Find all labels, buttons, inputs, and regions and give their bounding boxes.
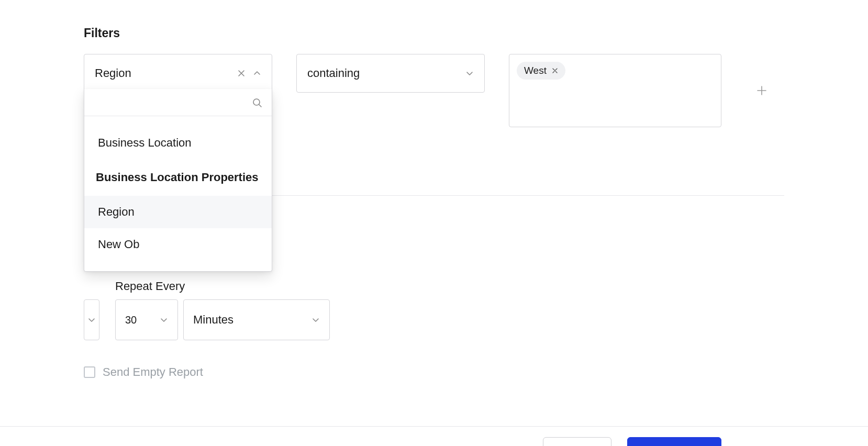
send-empty-report-label: Send Empty Report <box>103 365 203 379</box>
send-empty-report-checkbox[interactable]: Send Empty Report <box>84 365 784 379</box>
dropdown-group-bl-properties: Business Location Properties <box>84 159 272 196</box>
chip-label: West <box>524 65 547 76</box>
chevron-down-icon <box>311 316 320 324</box>
dropdown-option-region[interactable]: Region <box>84 196 272 228</box>
filter-field-value: Region <box>95 66 237 80</box>
filters-title: Filters <box>84 26 784 40</box>
dropdown-option-new-ob[interactable]: New Ob <box>84 228 272 261</box>
checkbox-icon <box>84 366 95 378</box>
dropdown-option-business-location[interactable]: Business Location <box>84 127 272 159</box>
filter-operator-value: containing <box>307 66 360 80</box>
svg-point-0 <box>253 99 260 105</box>
chip-remove-icon[interactable] <box>552 68 558 74</box>
chevron-down-icon <box>160 316 168 324</box>
filter-operator-select[interactable]: containing <box>296 54 485 93</box>
clear-icon[interactable] <box>237 69 246 77</box>
search-icon <box>252 97 262 108</box>
filter-field-select[interactable]: Region <box>84 54 272 93</box>
dropdown-search-input[interactable] <box>94 93 252 112</box>
repeat-every-label: Repeat Every <box>115 280 330 293</box>
filter-values-input[interactable]: West <box>509 54 721 127</box>
repeat-unit-select[interactable]: Minutes <box>183 299 330 340</box>
filter-value-chip: West <box>517 62 565 80</box>
repeat-unit-value: Minutes <box>193 313 233 327</box>
chevron-down-icon <box>465 69 474 77</box>
repeat-interval-select[interactable]: 30 <box>115 299 178 340</box>
partially-hidden-select[interactable] <box>84 299 99 340</box>
chevron-up-icon[interactable] <box>253 69 261 77</box>
cancel-button[interactable]: Cancel <box>543 437 611 446</box>
repeat-interval-value: 30 <box>125 314 137 326</box>
add-filter-button[interactable] <box>756 85 767 96</box>
save-button[interactable]: Save <box>627 437 721 446</box>
field-dropdown: Business Location Business Location Prop… <box>84 89 272 272</box>
